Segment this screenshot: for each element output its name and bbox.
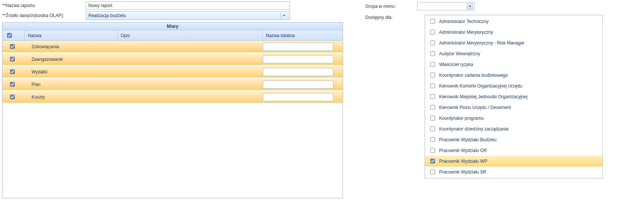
role-item[interactable]: Pracownik Wydziału WP	[425, 156, 602, 166]
role-label: Administrator Merytoryczny - Risk Manage…	[439, 40, 524, 46]
role-checkbox[interactable]	[430, 169, 435, 174]
role-label: Koordynator zadania budżetowego	[439, 73, 508, 78]
measures-header-name[interactable]: Nazwa	[25, 30, 118, 40]
role-item[interactable]: Kierownik Komórki Organizacyjnej Urzędu	[425, 80, 602, 91]
role-label: Koordynator dziedziny zarządzania	[439, 126, 509, 132]
group-menu-combo[interactable]	[417, 2, 475, 10]
role-label: Audytor Wewnętrzny	[439, 51, 480, 56]
measure-name: Koszty	[25, 95, 118, 100]
measure-row[interactable]: Wydatki	[3, 66, 343, 79]
role-item[interactable]: Administrator Merytoryczny - Risk Manage…	[425, 37, 602, 48]
measures-header-desc[interactable]: Opis	[118, 30, 263, 40]
data-source-label: **Źródło danych(kostka OLAP):	[2, 13, 86, 18]
role-checkbox[interactable]	[430, 62, 435, 67]
role-item[interactable]: Audytor Wewnętrzny	[425, 48, 602, 59]
role-label: Kierownik Miejskiej Jednostki Organizacy…	[439, 94, 527, 99]
role-label: Koordynator programu	[439, 116, 484, 121]
data-source-combo[interactable]: Realizacja budżetu	[86, 11, 290, 20]
role-checkbox[interactable]	[430, 73, 435, 77]
role-checkbox[interactable]	[430, 105, 435, 110]
measure-row[interactable]: Zobowiązania	[3, 41, 343, 53]
measure-local-input[interactable]	[263, 68, 333, 76]
measures-header-check[interactable]	[3, 30, 25, 40]
role-item[interactable]: Koordynator zadania budżetowego	[425, 70, 602, 80]
measure-row[interactable]: Plan	[3, 79, 343, 91]
available-for-label: Dostępny dla:	[365, 15, 417, 20]
role-checkbox[interactable]	[430, 137, 435, 142]
role-label: Administrator Merytoryczny	[439, 30, 493, 35]
role-label: Pracownik Wydziału SR	[439, 169, 486, 175]
measure-checkbox[interactable]	[10, 95, 15, 99]
measure-local-input[interactable]	[263, 80, 333, 89]
select-all-checkbox[interactable]	[7, 33, 12, 38]
role-label: Administrator Techniczny	[439, 19, 488, 24]
role-checkbox[interactable]	[430, 94, 435, 99]
role-item[interactable]: Właściciel ryzyka	[425, 59, 602, 70]
data-source-value: Realizacja budżetu	[88, 13, 281, 18]
roles-list: Administrator TechnicznyAdministrator Me…	[425, 15, 603, 178]
role-item[interactable]: Koordynator programu	[425, 113, 602, 123]
role-checkbox[interactable]	[430, 116, 435, 120]
role-item[interactable]: Kierownik Miejskiej Jednostki Organizacy…	[425, 91, 602, 102]
chevron-down-icon	[281, 12, 287, 19]
role-checkbox[interactable]	[430, 40, 435, 45]
role-label: Właściciel ryzyka	[439, 62, 473, 67]
group-menu-label: Grupa w menu:	[365, 4, 417, 9]
measure-row[interactable]: Zaangażowanie	[3, 53, 343, 66]
report-name-input[interactable]	[86, 1, 290, 10]
role-item[interactable]: Koordynator dziedziny zarządzania	[425, 123, 602, 134]
measure-local-input[interactable]	[263, 55, 333, 63]
measure-row[interactable]: Koszty	[3, 91, 343, 104]
measure-name: Plan	[25, 82, 118, 87]
role-label: Pracownik Wydziału OR	[439, 148, 487, 153]
role-checkbox[interactable]	[430, 83, 435, 88]
measure-name: Zobowiązania	[25, 44, 118, 49]
role-checkbox[interactable]	[430, 19, 435, 24]
role-item[interactable]: Kierownik Pionu Urzędu / Decernent	[425, 102, 602, 113]
role-item[interactable]: Administrator Techniczny	[425, 16, 602, 27]
report-name-label: **Nazwa raportu:	[2, 3, 86, 8]
role-item[interactable]: Administrator Merytoryczny	[425, 27, 602, 37]
measure-checkbox[interactable]	[10, 82, 15, 87]
measure-local-input[interactable]	[263, 43, 333, 51]
role-checkbox[interactable]	[430, 51, 435, 56]
chevron-down-icon	[467, 3, 473, 9]
role-label: Kierownik Pionu Urzędu / Decernent	[439, 105, 511, 110]
role-label: Pracownik Wydziału Budżetu	[439, 137, 497, 142]
measure-name: Wydatki	[25, 69, 118, 75]
measures-panel: Miary Nazwa Opis Nazwa lokalna Zobowiąza…	[2, 22, 343, 198]
role-checkbox[interactable]	[430, 30, 435, 34]
role-checkbox[interactable]	[430, 159, 435, 163]
role-item[interactable]: Pracownik Wydziału OR	[425, 145, 602, 156]
measure-checkbox[interactable]	[10, 69, 15, 74]
role-checkbox[interactable]	[430, 148, 435, 153]
measure-local-input[interactable]	[263, 93, 333, 101]
measure-name: Zaangażowanie	[25, 57, 118, 62]
role-checkbox[interactable]	[430, 126, 435, 131]
role-item[interactable]: Pracownik Wydziału SR	[425, 166, 602, 177]
role-label: Pracownik Wydziału WP	[439, 159, 487, 164]
measure-checkbox[interactable]	[10, 44, 15, 49]
measures-header-local[interactable]: Nazwa lokalna	[263, 30, 343, 40]
measure-checkbox[interactable]	[10, 57, 15, 62]
measures-header: Nazwa Opis Nazwa lokalna	[3, 30, 343, 41]
role-item[interactable]: Pracownik Wydziału Budżetu	[425, 134, 602, 145]
measures-title: Miary	[3, 23, 343, 30]
role-label: Kierownik Komórki Organizacyjnej Urzędu	[439, 83, 522, 89]
